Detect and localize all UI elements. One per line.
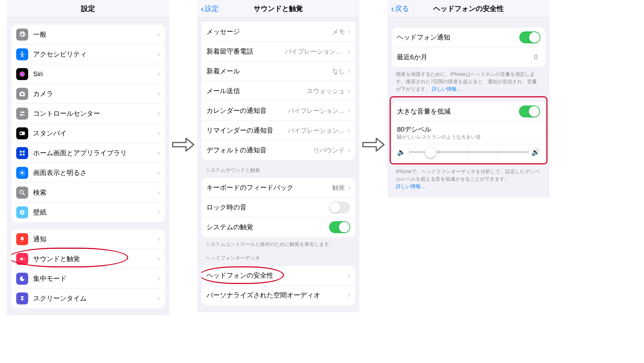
svg-line-21: [24, 174, 24, 175]
section-note: 聴覚を保護するために、iPhoneはヘッドホンの音量を測定します。推奨された7日…: [396, 71, 541, 93]
learn-more-link[interactable]: 詳しい情報…: [396, 183, 426, 189]
value: 0: [534, 54, 538, 61]
svg-point-10: [20, 132, 22, 134]
label: Siri: [33, 70, 157, 78]
chevron-right-icon: ›: [157, 70, 160, 78]
label: スクリーンタイム: [33, 294, 157, 303]
sound-row[interactable]: リマインダーの通知音バイブレーション…›: [202, 121, 355, 140]
decibel-slider-row: 🔈 🔊: [392, 144, 545, 163]
settings-row[interactable]: アクセシビリティ›: [11, 44, 165, 64]
sound-icon: [16, 253, 28, 265]
chevron-right-icon: ›: [157, 208, 160, 216]
settings-group-1: 一般›アクセシビリティ›Siri›カメラ›コントロールセンター›スタンバイ›ホー…: [11, 25, 165, 222]
label: 一般: [33, 30, 157, 39]
page-title: 設定: [81, 4, 95, 13]
label: スタンバイ: [33, 129, 157, 138]
settings-row[interactable]: 通知›: [11, 229, 165, 249]
settings-row[interactable]: 集中モード›: [11, 269, 165, 289]
label: 新着留守番電話: [206, 47, 285, 56]
sound-row[interactable]: パーソナライズされた空間オーディオ›: [202, 285, 355, 305]
sound-row[interactable]: 新着留守番電話バイブレーションのみ›: [202, 42, 355, 61]
bell-icon: [16, 233, 28, 245]
label: カメラ: [33, 89, 157, 98]
page-title: サウンドと触覚: [254, 4, 303, 13]
sound-row[interactable]: キーボードのフィードバック触覚›: [202, 178, 355, 198]
toggle[interactable]: [329, 221, 350, 233]
search-icon: [16, 187, 28, 199]
value: バイブレーション…: [288, 126, 345, 135]
settings-row[interactable]: 検索›: [11, 183, 165, 202]
sound-row[interactable]: メール送信スウォッシュ›: [202, 81, 355, 101]
decibel-label: 80デシベル: [397, 125, 431, 134]
chevron-right-icon: ›: [348, 291, 350, 299]
label: ヘッドフォンの安全性: [206, 271, 348, 280]
learn-more-link[interactable]: 詳しい情報…: [432, 86, 462, 92]
label: 画面表示と明るさ: [33, 168, 157, 177]
toggle-headphone-notification[interactable]: [519, 31, 540, 43]
settings-row[interactable]: Siri›: [11, 64, 165, 84]
row-reduce-loud: 大きな音量を低減: [392, 102, 545, 121]
settings-row[interactable]: スタンバイ›: [11, 123, 165, 143]
svg-point-27: [21, 212, 23, 213]
reduce-loud-group: 大きな音量を低減 80デシベル 騒がしいレストランのような大きい音 🔈 🔊: [392, 102, 545, 163]
decibel-slider[interactable]: [409, 151, 528, 153]
label: コントロールセンター: [33, 109, 157, 118]
header: 設定: [7, 0, 169, 18]
svg-line-22: [24, 171, 24, 171]
sound-row: ロック時の音: [202, 198, 355, 217]
settings-row[interactable]: ホーム画面とアプリライブラリ›: [11, 143, 165, 163]
section-note: iPhoneで、ヘッドファンオーディオを分析して、設定したデシベルレベルを超える…: [396, 168, 541, 190]
chevron-right-icon: ›: [348, 28, 350, 36]
sounds-group-1: メッセージメモ›新着留守番電話バイブレーションのみ›新着メールなし›メール送信ス…: [202, 22, 355, 160]
toggle-reduce-loud[interactable]: [519, 105, 540, 117]
wallpaper-icon: [16, 206, 28, 218]
sound-row[interactable]: カレンダーの通知音バイブレーション…›: [202, 101, 355, 121]
back-button[interactable]: ‹設定: [201, 4, 219, 13]
chevron-right-icon: ›: [157, 295, 160, 302]
svg-rect-14: [23, 153, 25, 155]
settings-row[interactable]: カメラ›: [11, 84, 165, 104]
header: ‹戻る ヘッドフォンの安全性: [388, 0, 550, 18]
label: メッセージ: [206, 27, 332, 36]
row-headphone-notification: ヘッドフォン通知: [392, 28, 545, 47]
chevron-right-icon: ›: [157, 50, 160, 58]
svg-rect-13: [20, 153, 21, 155]
sound-row[interactable]: 新着メールなし›: [202, 61, 355, 81]
settings-row[interactable]: スクリーンタイム›: [11, 289, 165, 308]
settings-row[interactable]: コントロールセンター›: [11, 104, 165, 123]
settings-row[interactable]: サウンドと触覚›: [11, 249, 165, 269]
sounds-group-3: ヘッドフォンの安全性›パーソナライズされた空間オーディオ›: [202, 266, 355, 305]
toggle[interactable]: [329, 201, 350, 213]
label: キーボードのフィードバック: [206, 183, 332, 192]
sound-row[interactable]: メッセージメモ›: [202, 22, 355, 42]
sounds-group-2: キーボードのフィードバック触覚›ロック時の音システムの触覚: [202, 178, 355, 237]
svg-point-24: [20, 190, 23, 194]
label: 壁紙: [33, 208, 157, 217]
svg-point-0: [21, 52, 23, 53]
chevron-right-icon: ›: [348, 127, 350, 134]
volume-low-icon: 🔈: [397, 148, 406, 156]
value: バイブレーション…: [288, 107, 345, 115]
label: 新着メール: [206, 67, 332, 76]
back-button[interactable]: ‹戻る: [391, 4, 409, 13]
settings-row[interactable]: 画面表示と明るさ›: [11, 163, 165, 183]
slider-thumb[interactable]: [425, 146, 436, 158]
chevron-right-icon: ›: [157, 90, 160, 98]
notification-group: ヘッドフォン通知 最近6か月 0: [392, 28, 545, 67]
row-last-6-months[interactable]: 最近6か月 0: [392, 47, 545, 67]
chevron-right-icon: ›: [157, 129, 160, 137]
settings-row[interactable]: 壁紙›: [11, 202, 165, 222]
sound-row[interactable]: ヘッドフォンの安全性›: [202, 266, 355, 285]
chevron-right-icon: ›: [348, 184, 350, 192]
access-icon: [16, 48, 28, 60]
section-note: システムコントロールと操作のために触覚を再生します。: [206, 241, 351, 248]
sound-row[interactable]: デフォルトの通知音リバウンド›: [202, 140, 355, 160]
sound-row: システムの触覚: [202, 217, 355, 237]
chevron-right-icon: ›: [157, 255, 160, 263]
screen-sounds-haptics: ‹設定 サウンドと触覚 メッセージメモ›新着留守番電話バイブレーションのみ›新着…: [197, 0, 359, 312]
settings-row[interactable]: 一般›: [11, 25, 165, 44]
grid-icon: [16, 147, 28, 159]
svg-line-20: [20, 171, 21, 171]
label: ホーム画面とアプリライブラリ: [33, 149, 157, 158]
svg-rect-4: [21, 91, 24, 92]
